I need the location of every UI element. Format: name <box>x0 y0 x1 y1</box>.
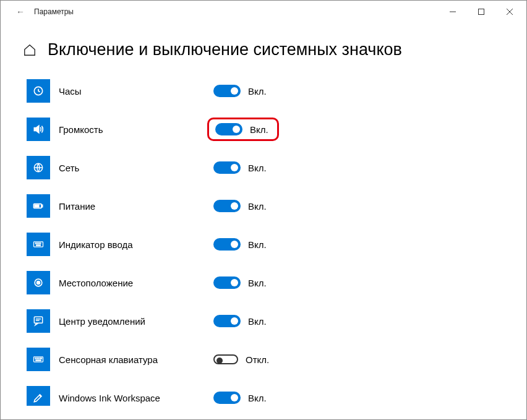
svg-point-21 <box>35 358 36 359</box>
setting-row-volume: ГромкостьВкл. <box>1 110 526 148</box>
toggle-switch[interactable] <box>213 354 238 364</box>
window-title: Параметры <box>30 7 74 16</box>
setting-label: Сенсорная клавиатура <box>59 354 207 365</box>
toggle-state-label: Вкл. <box>248 163 267 173</box>
toggle-group: Вкл. <box>207 196 273 216</box>
svg-point-12 <box>38 243 39 244</box>
svg-point-22 <box>36 358 37 359</box>
toggle-switch[interactable] <box>213 392 241 404</box>
toggle-group: Вкл. <box>207 311 273 331</box>
toggle-group: Вкл. <box>207 158 273 178</box>
toggle-state-label: Вкл. <box>248 86 267 96</box>
setting-row-clock: ЧасыВкл. <box>1 72 526 110</box>
svg-rect-9 <box>34 242 43 247</box>
setting-row-keyboard: Сенсорная клавиатураОткл. <box>1 340 526 379</box>
svg-point-25 <box>41 358 41 359</box>
svg-rect-17 <box>34 317 42 323</box>
title-bar: ← Параметры <box>1 1 526 23</box>
toggle-group: Вкл. <box>207 118 279 141</box>
svg-point-11 <box>37 243 38 244</box>
power-icon <box>27 194 50 218</box>
page-header: Включение и выключение системных значков <box>1 23 526 72</box>
maximize-button[interactable] <box>467 2 495 22</box>
setting-row-action: Центр уведомленийВкл. <box>1 302 526 340</box>
svg-point-23 <box>38 358 39 359</box>
toggle-switch[interactable] <box>213 200 241 212</box>
page-title: Включение и выключение системных значков <box>48 40 402 59</box>
close-button[interactable] <box>495 2 524 22</box>
settings-list[interactable]: ЧасыВкл.ГромкостьВкл.СетьВкл.ПитаниеВкл.… <box>1 72 526 406</box>
action-icon <box>27 309 50 333</box>
toggle-state-label: Вкл. <box>248 278 267 288</box>
toggle-group: Вкл. <box>207 234 273 254</box>
toggle-state-label: Вкл. <box>248 201 267 212</box>
svg-rect-7 <box>41 205 43 207</box>
volume-icon <box>27 118 50 141</box>
svg-point-16 <box>37 281 40 285</box>
toggle-switch[interactable] <box>213 85 241 97</box>
setting-label: Индикатор ввода <box>59 239 207 250</box>
setting-row-input: Индикатор вводаВкл. <box>1 225 526 264</box>
setting-label: Громкость <box>59 124 207 135</box>
toggle-state-label: Откл. <box>246 354 269 365</box>
svg-point-13 <box>40 243 41 244</box>
clock-icon <box>27 79 50 103</box>
toggle-group: Вкл. <box>207 388 273 406</box>
toggle-switch[interactable] <box>213 238 241 251</box>
setting-row-network: СетьВкл. <box>1 148 526 187</box>
setting-label: Местоположение <box>59 278 207 288</box>
setting-row-ink: Windows Ink WorkspaceВкл. <box>1 379 526 406</box>
toggle-switch[interactable] <box>213 276 241 289</box>
svg-rect-26 <box>36 360 41 361</box>
setting-row-location: МестоположениеВкл. <box>1 264 526 302</box>
toggle-state-label: Вкл. <box>250 124 268 135</box>
svg-point-24 <box>40 358 40 359</box>
svg-point-10 <box>35 243 36 244</box>
keyboard-icon <box>27 348 50 371</box>
toggle-group: Откл. <box>207 351 275 369</box>
minimize-button[interactable] <box>439 2 467 22</box>
back-button[interactable]: ← <box>11 7 30 17</box>
setting-label: Питание <box>59 201 207 212</box>
location-icon <box>27 271 50 294</box>
toggle-state-label: Вкл. <box>248 316 267 327</box>
toggle-switch[interactable] <box>213 161 241 174</box>
network-icon <box>27 156 50 179</box>
toggle-switch[interactable] <box>213 315 241 327</box>
setting-label: Центр уведомлений <box>59 316 207 327</box>
setting-label: Сеть <box>59 163 207 173</box>
toggle-group: Вкл. <box>207 81 273 101</box>
svg-rect-1 <box>479 9 484 15</box>
setting-label: Часы <box>59 86 207 96</box>
toggle-state-label: Вкл. <box>248 393 267 403</box>
input-icon <box>27 233 50 256</box>
ink-icon <box>27 386 50 406</box>
home-icon[interactable] <box>23 43 36 57</box>
svg-rect-8 <box>35 205 39 207</box>
setting-row-power: ПитаниеВкл. <box>1 187 526 225</box>
toggle-switch[interactable] <box>215 123 242 135</box>
setting-label: Windows Ink Workspace <box>59 393 207 403</box>
toggle-state-label: Вкл. <box>248 239 267 250</box>
svg-rect-14 <box>36 245 41 246</box>
toggle-group: Вкл. <box>207 273 273 293</box>
